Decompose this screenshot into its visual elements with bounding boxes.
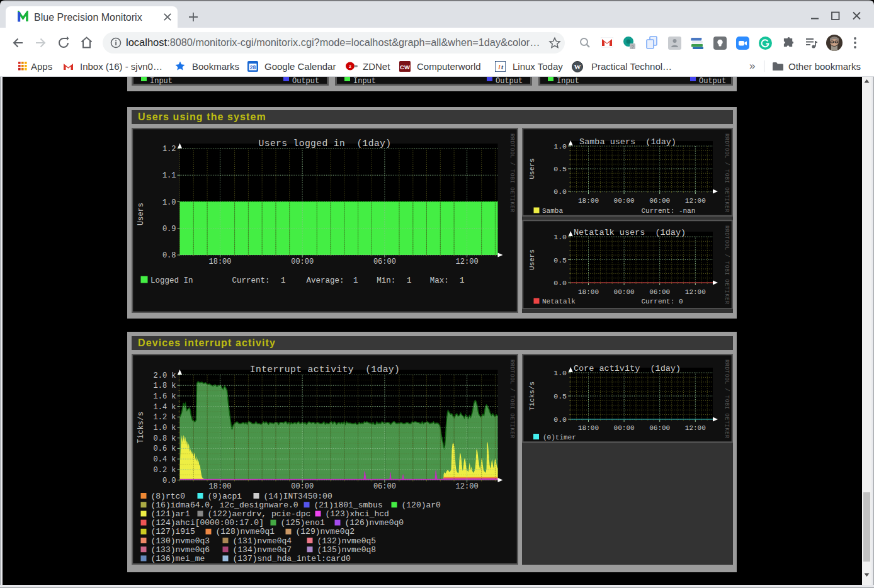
svg-text:0.5: 0.5: [553, 392, 567, 400]
svg-text:2.0 k: 2.0 k: [153, 371, 176, 380]
svg-text:CW: CW: [400, 64, 410, 71]
svg-text:(21)i801_smbus: (21)i801_smbus: [314, 500, 382, 510]
svg-text:(16)idma64.0, i2c_designware.0: (16)idma64.0, i2c_designware.0: [150, 500, 298, 510]
svg-text:(130)nvme0q3: (130)nvme0q3: [150, 536, 210, 546]
svg-text:Samba users (1day): Samba users (1day): [579, 137, 676, 147]
svg-text:1: 1: [407, 276, 412, 285]
svg-text:0.8 k: 0.8 k: [153, 434, 176, 443]
svg-text:(134)nvme0q7: (134)nvme0q7: [232, 545, 292, 555]
svg-text:18:00: 18:00: [208, 482, 231, 491]
svg-text:1: 1: [281, 276, 286, 285]
svg-text:12:00: 12:00: [684, 424, 705, 432]
svg-text:18:00: 18:00: [577, 197, 598, 205]
svg-text:0.0: 0.0: [553, 279, 567, 287]
svg-text:(121)ar1: (121)ar1: [150, 509, 190, 519]
svg-text:06:00: 06:00: [649, 197, 670, 205]
svg-text:0.0: 0.0: [553, 416, 567, 424]
svg-text:(133)nvme0q6: (133)nvme0q6: [150, 545, 210, 555]
svg-text:Logged In: Logged In: [150, 276, 193, 285]
svg-text:1.0: 1.0: [553, 233, 567, 241]
svg-text:(126)nvme0q0: (126)nvme0q0: [344, 518, 404, 528]
svg-text:(137)snd_hda_intel:card0: (137)snd_hda_intel:card0: [232, 554, 350, 563]
svg-text:0.0: 0.0: [162, 477, 176, 485]
svg-text:(123)xhci_hcd: (123)xhci_hcd: [325, 509, 389, 519]
svg-text:00:00: 00:00: [613, 424, 634, 432]
svg-text:Samba: Samba: [542, 207, 563, 215]
svg-text:0.4 k: 0.4 k: [153, 455, 176, 464]
svg-text:0.6 k: 0.6 k: [153, 444, 176, 453]
svg-text:1.4 k: 1.4 k: [153, 403, 176, 412]
svg-text:1.2 k: 1.2 k: [153, 413, 176, 422]
svg-text:0.5: 0.5: [553, 165, 567, 173]
svg-text:0.5: 0.5: [553, 256, 567, 264]
svg-text:RRDTOOL / TOBI OETIKER: RRDTOOL / TOBI OETIKER: [723, 225, 729, 304]
svg-text:0.9: 0.9: [162, 225, 176, 234]
svg-text:12:00: 12:00: [684, 197, 705, 205]
svg-text:(128)nvme0q1: (128)nvme0q1: [215, 527, 275, 536]
svg-text:(14)INT3450:00: (14)INT3450:00: [263, 492, 332, 501]
svg-text:00:00: 00:00: [291, 257, 314, 266]
svg-text:12:00: 12:00: [455, 257, 478, 266]
svg-text:1: 1: [460, 276, 465, 285]
svg-text:0.8: 0.8: [162, 251, 176, 260]
svg-text:(129)nvme0q2: (129)nvme0q2: [295, 527, 355, 536]
svg-text:06:00: 06:00: [373, 257, 395, 266]
svg-text:Interrupt activity (1day): Interrupt activity (1day): [249, 365, 399, 375]
svg-text:RRDTOOL / TOBI OETIKER: RRDTOOL / TOBI OETIKER: [508, 133, 514, 212]
svg-text:18:00: 18:00: [208, 257, 231, 266]
svg-text:RRDTOOL / TOBI OETIKER: RRDTOOL / TOBI OETIKER: [723, 359, 729, 438]
svg-text:(136)mei_me: (136)mei_me: [150, 554, 205, 563]
svg-text:(132)nvme0q5: (132)nvme0q5: [317, 536, 376, 546]
svg-text:1.1: 1.1: [162, 171, 176, 180]
svg-text:06:00: 06:00: [649, 288, 670, 295]
svg-text:W: W: [574, 63, 581, 71]
svg-text:06:00: 06:00: [649, 424, 670, 432]
svg-text:z: z: [349, 64, 351, 69]
svg-text:18:00: 18:00: [577, 288, 598, 295]
svg-text:(9)acpi: (9)acpi: [207, 492, 242, 501]
svg-text:0.2 k: 0.2 k: [153, 466, 176, 475]
svg-text:Users: Users: [528, 249, 536, 269]
svg-text:Users logged in (1day): Users logged in (1day): [258, 139, 391, 149]
svg-text:(8)rtc0: (8)rtc0: [150, 492, 185, 501]
svg-text:12:00: 12:00: [684, 288, 705, 295]
svg-text:1.0: 1.0: [162, 198, 176, 207]
svg-text:1.0: 1.0: [553, 369, 567, 377]
svg-text:Users: Users: [528, 158, 536, 179]
svg-text:RRDTOOL / TOBI OETIKER: RRDTOOL / TOBI OETIKER: [723, 133, 729, 212]
svg-text:Current: 0: Current: 0: [641, 298, 683, 305]
svg-text:18:00: 18:00: [577, 424, 598, 432]
svg-text:(120)ar0: (120)ar0: [401, 500, 440, 510]
svg-text:(131)nvme0q4: (131)nvme0q4: [232, 536, 292, 546]
svg-text:0.0: 0.0: [553, 188, 567, 196]
svg-text:Average:: Average:: [306, 276, 344, 285]
svg-text:RRDTOOL / TOBI OETIKER: RRDTOOL / TOBI OETIKER: [508, 359, 514, 438]
svg-text:1: 1: [353, 276, 358, 285]
svg-text:(0)timer: (0)timer: [543, 434, 576, 441]
svg-text:Ticks/s: Ticks/s: [137, 412, 145, 443]
svg-text:1.0 k: 1.0 k: [153, 424, 176, 433]
svg-text:(124)ahci[0000:00:17.0]: (124)ahci[0000:00:17.0]: [150, 518, 263, 528]
svg-text:Max:: Max:: [429, 276, 448, 285]
svg-text:(125)eno1: (125)eno1: [280, 518, 324, 528]
svg-text:12:00: 12:00: [455, 482, 478, 491]
svg-text:Current:: Current:: [232, 276, 270, 285]
svg-text:Netatalk users (1day): Netatalk users (1day): [573, 227, 685, 237]
svg-text:1.6 k: 1.6 k: [153, 392, 176, 401]
svg-text:1.2: 1.2: [162, 145, 176, 154]
svg-text:1.8 k: 1.8 k: [153, 382, 176, 390]
svg-text:Min:: Min:: [377, 276, 395, 285]
svg-text:(122)aerdrv, pcie-dpc: (122)aerdrv, pcie-dpc: [207, 509, 310, 519]
svg-text:Core activity (1day): Core activity (1day): [573, 364, 680, 373]
svg-text:28: 28: [250, 64, 256, 71]
svg-text:1.0: 1.0: [553, 142, 567, 150]
svg-text:00:00: 00:00: [291, 482, 314, 491]
svg-text:06:00: 06:00: [373, 482, 395, 491]
svg-text:(127)i915: (127)i915: [150, 527, 195, 536]
svg-text:Users: Users: [137, 203, 145, 225]
svg-text:Netatalk: Netatalk: [542, 298, 576, 305]
svg-text:?: ?: [631, 44, 634, 50]
svg-text:00:00: 00:00: [613, 197, 634, 205]
svg-text:00:00: 00:00: [613, 288, 634, 295]
svg-text:Current: -nan: Current: -nan: [641, 207, 695, 215]
